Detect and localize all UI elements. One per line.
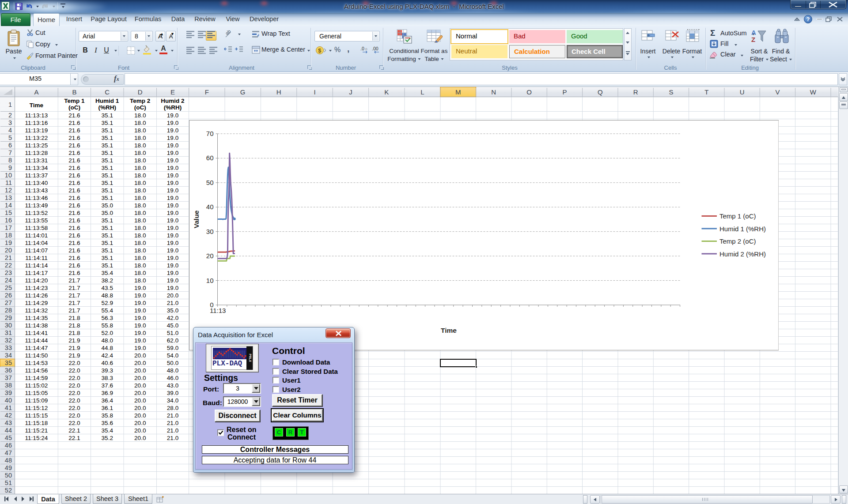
svg-text:11:13:16: 11:13:16 xyxy=(25,120,48,126)
svg-text:32: 32 xyxy=(5,337,12,344)
svg-text:11:13:22: 11:13:22 xyxy=(25,135,48,141)
svg-text:19.0: 19.0 xyxy=(167,135,178,141)
svg-text:21.9: 21.9 xyxy=(68,337,80,344)
svg-text:21.6: 21.6 xyxy=(68,255,80,261)
svg-text:13: 13 xyxy=(5,194,12,201)
svg-text:Temp 2 (oC): Temp 2 (oC) xyxy=(719,237,756,245)
svg-text:F: F xyxy=(205,88,209,96)
svg-text:Temp 2: Temp 2 xyxy=(130,98,150,104)
svg-text:.0: .0 xyxy=(360,46,364,51)
svg-text:19.0: 19.0 xyxy=(167,142,178,149)
svg-text:18.0: 18.0 xyxy=(134,172,146,179)
svg-text:21.6: 21.6 xyxy=(68,157,80,164)
svg-text:47: 47 xyxy=(5,449,12,456)
svg-text:11:15:02: 11:15:02 xyxy=(25,382,48,389)
svg-text:18.0: 18.0 xyxy=(134,270,146,276)
svg-text:35.0: 35.0 xyxy=(167,307,178,314)
svg-text:11:13:43: 11:13:43 xyxy=(25,187,48,194)
svg-text:21.7: 21.7 xyxy=(68,277,80,284)
svg-text:55.8: 55.8 xyxy=(102,322,113,329)
svg-text:19.0: 19.0 xyxy=(167,240,178,246)
svg-text:36.4: 36.4 xyxy=(102,397,114,404)
svg-text:19.0: 19.0 xyxy=(167,285,178,291)
svg-text:50: 50 xyxy=(5,472,12,479)
svg-text:6: 6 xyxy=(8,142,12,149)
svg-text:11:14:50: 11:14:50 xyxy=(25,352,48,359)
svg-text:20: 20 xyxy=(5,247,12,254)
svg-text:43: 43 xyxy=(5,419,12,426)
svg-text:19.0: 19.0 xyxy=(167,277,178,284)
svg-text:35.1: 35.1 xyxy=(102,142,113,149)
svg-text:(%RH): (%RH) xyxy=(98,104,117,111)
svg-text:40: 40 xyxy=(206,203,213,211)
svg-text:55.4: 55.4 xyxy=(102,307,114,314)
svg-text:34: 34 xyxy=(5,352,12,359)
svg-text:56.3: 56.3 xyxy=(102,315,113,321)
svg-text:35.1: 35.1 xyxy=(102,127,113,134)
svg-text:11:13:28: 11:13:28 xyxy=(25,150,48,156)
svg-text:20: 20 xyxy=(206,252,213,260)
svg-text:35.1: 35.1 xyxy=(102,240,113,246)
svg-text:18.0: 18.0 xyxy=(134,157,146,164)
svg-text:19.0: 19.0 xyxy=(167,165,178,171)
svg-text:21.7: 21.7 xyxy=(68,292,80,299)
svg-text:22.0: 22.0 xyxy=(68,390,80,396)
svg-text:T: T xyxy=(704,88,708,96)
svg-text:21.0: 21.0 xyxy=(167,435,178,441)
svg-text:36.9: 36.9 xyxy=(102,390,113,396)
svg-text:35.1: 35.1 xyxy=(102,217,113,224)
svg-text:18.0: 18.0 xyxy=(134,120,146,126)
svg-text:35.1: 35.1 xyxy=(102,187,113,194)
svg-text:51.0: 51.0 xyxy=(167,330,178,336)
svg-text:M: M xyxy=(455,88,461,96)
svg-text:48.0: 48.0 xyxy=(102,337,113,344)
svg-text:8: 8 xyxy=(8,157,12,164)
svg-text:19.0: 19.0 xyxy=(134,337,146,344)
svg-text:51: 51 xyxy=(5,479,12,486)
svg-text:35.1: 35.1 xyxy=(102,195,113,201)
svg-text:Temp 1 (oC): Temp 1 (oC) xyxy=(719,212,756,220)
svg-text:21.6: 21.6 xyxy=(68,180,80,186)
svg-text:35.8: 35.8 xyxy=(102,412,113,419)
svg-text:21.6: 21.6 xyxy=(68,127,80,134)
svg-text:19: 19 xyxy=(5,239,12,246)
svg-text:11:15:12: 11:15:12 xyxy=(25,405,48,411)
svg-text:G: G xyxy=(240,88,246,96)
svg-text:52.9: 52.9 xyxy=(102,300,113,306)
svg-text:22: 22 xyxy=(5,262,12,269)
svg-text:2: 2 xyxy=(8,112,12,119)
svg-text:19.0: 19.0 xyxy=(167,187,178,194)
svg-text:44: 44 xyxy=(5,427,12,434)
svg-text:52: 52 xyxy=(5,487,12,494)
svg-text:0: 0 xyxy=(365,47,367,51)
svg-text:11:13:34: 11:13:34 xyxy=(25,165,48,171)
svg-text:22.0: 22.0 xyxy=(68,360,80,366)
svg-text:35.1: 35.1 xyxy=(102,112,113,119)
svg-text:11:14:38: 11:14:38 xyxy=(25,322,48,329)
svg-text:R: R xyxy=(633,88,638,96)
svg-text:45.0: 45.0 xyxy=(167,322,178,329)
svg-text:40: 40 xyxy=(5,397,12,404)
svg-text:21.6: 21.6 xyxy=(68,202,80,209)
svg-text:18.0: 18.0 xyxy=(134,187,146,194)
svg-text:21.6: 21.6 xyxy=(68,195,80,201)
svg-text:35.1: 35.1 xyxy=(102,157,113,164)
svg-text:11:14:44: 11:14:44 xyxy=(25,337,48,344)
svg-text:35.4: 35.4 xyxy=(102,270,114,276)
svg-text:11:13:46: 11:13:46 xyxy=(25,195,48,201)
svg-text:Time: Time xyxy=(441,327,457,334)
svg-text:19.0: 19.0 xyxy=(167,150,178,156)
svg-text:11:14:59: 11:14:59 xyxy=(25,375,48,381)
svg-text:18.0: 18.0 xyxy=(134,180,146,186)
svg-text:P: P xyxy=(562,88,567,96)
svg-text:18.0: 18.0 xyxy=(134,247,146,254)
svg-text:20.0: 20.0 xyxy=(134,420,146,426)
svg-text:21.6: 21.6 xyxy=(68,142,80,149)
svg-text:43.5: 43.5 xyxy=(102,285,113,291)
svg-text:E: E xyxy=(170,88,175,96)
svg-text:20.0: 20.0 xyxy=(134,367,146,374)
svg-text:38: 38 xyxy=(5,382,12,389)
svg-text:35.1: 35.1 xyxy=(102,247,113,254)
svg-text:35.0: 35.0 xyxy=(102,202,113,209)
svg-text:19.0: 19.0 xyxy=(134,300,146,306)
